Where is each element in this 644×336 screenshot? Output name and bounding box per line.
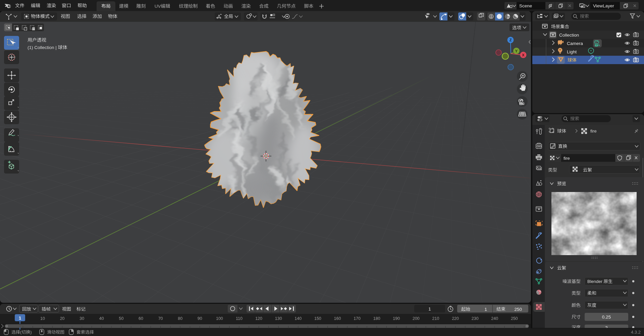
svg-text:100: 100 [216,316,223,321]
svg-text:X: X [522,53,525,57]
svg-text:fire: fire [564,156,570,161]
svg-text:130: 130 [275,316,282,321]
svg-text:210: 210 [432,316,439,321]
svg-text:1: 1 [484,307,487,312]
svg-text:180: 180 [373,316,380,321]
svg-text:250: 250 [514,307,522,312]
svg-text:170: 170 [354,316,361,321]
svg-text:2: 2 [605,325,608,330]
svg-text:20: 20 [60,316,65,321]
svg-text:60: 60 [139,316,143,321]
svg-text:Blender: Blender [587,279,602,284]
svg-text:Collection: Collection [559,33,579,38]
svg-text:UV: UV [155,4,161,9]
svg-text:140: 140 [294,316,302,321]
svg-text:30: 30 [79,316,84,321]
svg-text:190: 190 [393,316,400,321]
svg-text:fire: fire [590,129,597,134]
svg-text:0.25: 0.25 [602,315,611,320]
svg-text:90: 90 [198,316,202,321]
svg-text:4.3.2: 4.3.2 [631,330,641,335]
svg-text:120: 120 [255,316,262,321]
svg-text:Y: Y [515,49,518,53]
svg-text:230: 230 [472,316,479,321]
svg-text:(: ( [20,330,22,335]
svg-text:ViewLayer: ViewLayer [593,3,614,8]
svg-text:110: 110 [236,316,243,321]
svg-text:150: 150 [314,316,321,321]
svg-text:Z: Z [509,38,512,42]
svg-text:(1) Collection |: (1) Collection | [28,45,57,50]
svg-text:200: 200 [413,316,420,321]
svg-text:Scene: Scene [519,3,532,8]
svg-text:50: 50 [119,316,123,321]
svg-text:160: 160 [334,316,341,321]
svg-text:10: 10 [40,316,45,321]
svg-text:70: 70 [158,316,163,321]
svg-text:250: 250 [511,316,518,321]
svg-text:220: 220 [452,316,459,321]
svg-text:40: 40 [99,316,104,321]
svg-text:Camera: Camera [567,41,583,46]
svg-text:Light: Light [567,49,577,54]
svg-text:1: 1 [428,306,431,311]
svg-text:1: 1 [19,316,21,321]
svg-text:80: 80 [178,316,182,321]
svg-text:240: 240 [491,316,498,321]
svg-text:): ) [30,330,32,335]
